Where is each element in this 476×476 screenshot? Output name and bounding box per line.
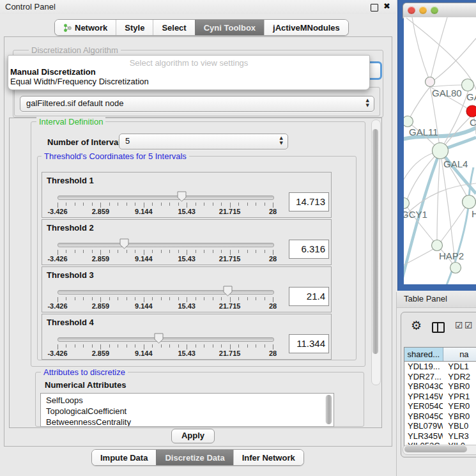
dropdown-item-manual-discretization[interactable]: Manual Discretization — [10, 67, 96, 77]
minor-tick — [161, 297, 162, 300]
threshold-slider-thumb[interactable] — [223, 286, 233, 299]
threshold-value-field[interactable]: 11.344 — [289, 334, 329, 353]
tab-infer-network[interactable]: Infer Network — [233, 450, 303, 465]
minor-tick — [152, 250, 153, 253]
column-layout-icon[interactable] — [432, 322, 445, 333]
table-cell: YDR2 — [443, 372, 476, 382]
apply-button[interactable]: Apply — [171, 429, 215, 443]
tab-label: Select — [162, 23, 186, 33]
network-edge[interactable] — [434, 38, 476, 80]
attribute-list-item[interactable]: SelfLoops — [41, 395, 334, 406]
minor-tick — [169, 297, 170, 300]
threshold-panel-1: Threshold 1-3.4262.8599.14415.4321.71528… — [42, 172, 332, 218]
tab-label: Cyni Toolbox — [204, 23, 256, 33]
network-edge[interactable] — [410, 87, 430, 117]
table-data-group: Table Data galFiltered.sif default node … — [14, 87, 380, 116]
major-tick — [230, 250, 231, 255]
zoom-traffic-light-icon[interactable] — [431, 6, 438, 14]
network-edge[interactable] — [412, 17, 430, 82]
minor-tick — [265, 203, 265, 206]
number-of-intervals-combobox[interactable]: 5 ▲▼ — [119, 134, 288, 150]
attributes-list-scrollbar[interactable] — [325, 395, 332, 424]
minor-tick — [127, 297, 127, 300]
threshold-slider-thumb[interactable] — [154, 333, 164, 346]
table-data-combobox[interactable]: galFiltered.sif default node ▲▼ — [20, 96, 374, 112]
network-window-titlebar[interactable] — [403, 3, 476, 19]
threshold-panel-2: Threshold 2-3.4262.8599.14415.4321.71528… — [42, 219, 332, 265]
attributes-scrollbar-thumb[interactable] — [326, 395, 332, 424]
network-node-gal11[interactable] — [404, 116, 413, 127]
settings-vertical-scrollbar[interactable] — [371, 119, 381, 385]
network-node[interactable] — [450, 263, 461, 273]
dropdown-item-equal-width-frequency[interactable]: Equal Width/Frequency Discretization — [10, 77, 149, 86]
threshold-value-field[interactable]: 14.713 — [289, 192, 329, 211]
minor-tick — [152, 297, 153, 300]
network-node-gal4[interactable] — [433, 143, 449, 159]
table-row[interactable]: YBR043CYBR0 — [404, 381, 476, 392]
table-horizontal-scrollbar[interactable] — [403, 445, 476, 455]
tab-network[interactable]: Network — [55, 20, 116, 35]
network-edge[interactable] — [437, 151, 440, 240]
network-graph[interactable]: GAL80GACGAL11GAL4GCY1HHAP2 — [404, 17, 476, 284]
table-data-combobox-value: galFiltered.sif default node — [26, 98, 123, 108]
checkbox-checked-icon[interactable]: ☑ — [464, 320, 473, 330]
table-row[interactable]: YBR045CYBR0 — [404, 411, 476, 422]
network-node-gal80[interactable] — [426, 77, 435, 87]
settings-scrollbar-thumb[interactable] — [372, 129, 378, 354]
table-row[interactable]: YER054CYER0 — [404, 401, 476, 411]
threshold-value-field[interactable]: 6.316 — [289, 240, 329, 259]
attribute-list-item[interactable]: BetweennessCentrality — [41, 417, 334, 427]
tab-impute-data[interactable]: Impute Data — [92, 450, 156, 465]
tab-select[interactable]: Select — [153, 20, 194, 35]
attribute-list-item[interactable]: TopologicalCoefficient — [41, 406, 334, 417]
numerical-attributes-label: Numerical Attributes — [45, 380, 126, 390]
network-canvas[interactable]: GAL80GACGAL11GAL4GCY1HHAP2 — [404, 17, 476, 284]
network-edge[interactable] — [406, 18, 476, 89]
network-node-c[interactable] — [466, 105, 476, 117]
tab-style[interactable]: Style — [116, 20, 153, 35]
column-header-1[interactable]: shared... — [404, 348, 443, 361]
table-row[interactable]: YDR27...YDR2 — [404, 372, 476, 382]
control-panel-title: Control Panel — [5, 2, 56, 12]
threshold-slider-track[interactable] — [58, 290, 274, 295]
table-row[interactable]: YDL19...YDL1 — [404, 362, 476, 372]
close-window-icon[interactable]: ✖ — [383, 1, 390, 11]
table-cell: YPR1 — [443, 392, 476, 402]
network-edge[interactable] — [441, 202, 469, 242]
minimize-traffic-light-icon[interactable] — [419, 6, 427, 14]
tab-cyni-toolbox[interactable]: Cyni Toolbox — [195, 20, 264, 35]
tab-discretize-data[interactable]: Discretize Data — [156, 450, 233, 465]
threshold-slider-track[interactable] — [58, 337, 274, 342]
minor-tick — [196, 250, 196, 253]
table-scrollbar-thumb[interactable] — [404, 446, 467, 452]
tick-label: 15.43 — [178, 208, 196, 215]
table-row[interactable]: YPR145WYPR1 — [404, 392, 476, 402]
gear-icon[interactable]: ⚙ — [411, 319, 422, 332]
column-header-2[interactable]: na — [443, 348, 476, 361]
table-cell: YPR145W — [404, 392, 443, 402]
network-edge[interactable] — [430, 85, 462, 87]
table-row[interactable]: YBL079WYBL0 — [404, 421, 476, 431]
table-row[interactable]: YLR345WYLR3 — [404, 431, 476, 441]
close-traffic-light-icon[interactable] — [408, 6, 415, 14]
float-window-icon[interactable] — [371, 4, 378, 12]
minor-tick — [247, 297, 248, 300]
tab-jactivemnodules[interactable]: jActiveMNodules — [264, 20, 348, 35]
network-node-hap2[interactable] — [432, 240, 443, 251]
threshold-slider-track[interactable] — [58, 196, 274, 200]
numerical-attributes-list[interactable]: SelfLoopsTopologicalCoefficientBetweenne… — [40, 393, 334, 427]
minor-tick — [247, 203, 248, 206]
threshold-value-field[interactable]: 21.4 — [289, 287, 329, 306]
network-edge[interactable] — [404, 152, 436, 192]
threshold-panel-3: Threshold 3-3.4262.8599.14415.4321.71528… — [42, 266, 332, 312]
network-node-ga[interactable] — [462, 79, 474, 91]
major-tick — [144, 203, 144, 208]
tick-label: -3.426 — [47, 349, 67, 357]
threshold-slider-track[interactable] — [58, 243, 274, 247]
threshold-slider-thumb[interactable] — [177, 191, 187, 204]
network-node-gcy1[interactable] — [404, 198, 410, 209]
threshold-slider-thumb[interactable] — [119, 238, 129, 252]
network-node-h[interactable] — [463, 196, 476, 209]
tab-label: Discretize Data — [165, 453, 224, 463]
checkbox-checked-icon[interactable]: ☑ — [455, 320, 463, 330]
